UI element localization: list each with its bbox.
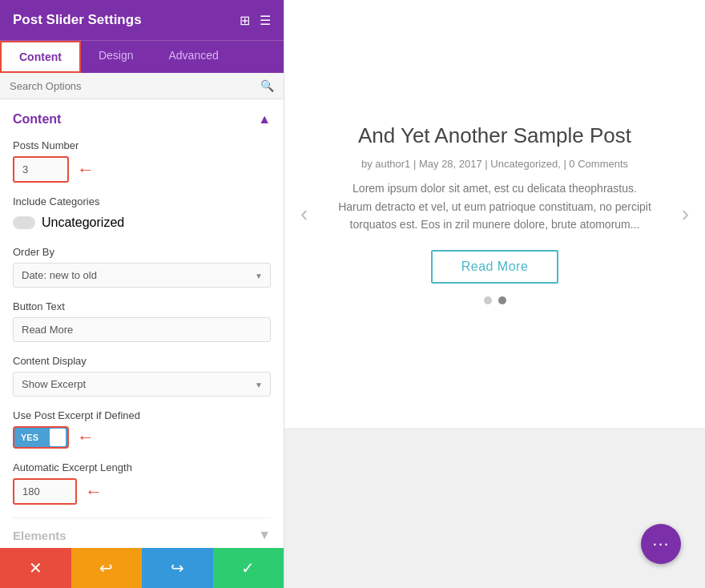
slide-excerpt: Lorem ipsum dolor sit amet, est cu delic…	[335, 179, 655, 233]
slide-meta: by author1 | May 28, 2017 | Uncategorize…	[335, 158, 655, 170]
elements-section: Elements ▼	[13, 518, 271, 542]
tab-advanced[interactable]: Advanced	[151, 41, 236, 73]
tabs-bar: Content Design Advanced	[0, 40, 284, 73]
content-section-title: Content	[13, 112, 61, 127]
use-excerpt-toggle[interactable]: YES	[13, 426, 69, 449]
right-panel: ‹ And Yet Another Sample Post by author1…	[284, 0, 705, 588]
panel-title: Post Slider Settings	[13, 12, 142, 28]
left-panel: Post Slider Settings ⊞ ☰ Content Design …	[0, 0, 284, 588]
order-by-select[interactable]: Date: new to old Date: old to new Title:…	[13, 263, 271, 288]
slider-next-button[interactable]: ›	[674, 201, 697, 227]
slider-dots	[484, 296, 506, 304]
include-categories-label: Include Categories	[13, 195, 271, 207]
content-display-select[interactable]: Show Excerpt Show Full Content	[13, 372, 271, 397]
search-bar: 🔍	[0, 73, 284, 99]
content-section-header: Content ▲	[13, 112, 271, 127]
elements-header[interactable]: Elements ▼	[13, 528, 271, 542]
content-display-select-wrapper: Show Excerpt Show Full Content	[13, 372, 271, 397]
search-input[interactable]	[10, 80, 254, 92]
bottom-toolbar: ✕ ↩ ↪ ✓	[0, 548, 284, 588]
toggle-yes-label: YES	[14, 428, 45, 447]
button-text-label: Button Text	[13, 300, 271, 312]
panel-header: Post Slider Settings ⊞ ☰	[0, 0, 284, 40]
content-display-group: Content Display Show Excerpt Show Full C…	[13, 355, 271, 397]
elements-expand-icon: ▼	[258, 528, 271, 542]
bottom-gray-area: ···	[284, 428, 705, 588]
arrow-indicator-excerpt: ←	[77, 427, 95, 448]
elements-title: Elements	[13, 529, 66, 542]
tab-design[interactable]: Design	[81, 41, 151, 73]
include-categories-group: Include Categories Uncategorized	[13, 195, 271, 233]
save-button[interactable]: ✓	[213, 548, 284, 588]
order-by-label: Order By	[13, 246, 271, 258]
redo-button[interactable]: ↪	[142, 548, 213, 588]
use-excerpt-label: Use Post Excerpt if Defined	[13, 409, 271, 421]
section-collapse-icon[interactable]: ▲	[258, 112, 271, 127]
posts-number-label: Posts Number	[13, 139, 271, 151]
posts-number-row: ←	[13, 156, 271, 183]
slide-title: And Yet Another Sample Post	[335, 123, 655, 148]
arrow-indicator-length: ←	[85, 481, 103, 502]
posts-number-group: Posts Number ←	[13, 139, 271, 183]
button-text-input[interactable]	[13, 317, 271, 342]
content-display-label: Content Display	[13, 355, 271, 367]
posts-number-input[interactable]	[13, 156, 69, 183]
tab-content[interactable]: Content	[0, 41, 81, 73]
dot-2[interactable]	[498, 296, 506, 304]
button-text-group: Button Text	[13, 300, 271, 342]
toggle-thumb	[50, 429, 66, 446]
arrow-indicator-posts: ←	[77, 159, 95, 180]
read-more-button[interactable]: Read More	[431, 250, 559, 284]
use-excerpt-group: Use Post Excerpt if Defined YES ←	[13, 409, 271, 449]
cancel-button[interactable]: ✕	[0, 548, 71, 588]
auto-excerpt-row: ←	[13, 478, 271, 505]
expand-icon[interactable]: ⊞	[240, 13, 250, 28]
uncategorized-label: Uncategorized	[42, 215, 124, 230]
auto-excerpt-input[interactable]	[13, 478, 77, 505]
slider-area: ‹ And Yet Another Sample Post by author1…	[284, 0, 705, 428]
search-icon: 🔍	[260, 79, 274, 92]
auto-excerpt-label: Automatic Excerpt Length	[13, 461, 271, 473]
dot-1[interactable]	[484, 296, 492, 304]
undo-button[interactable]: ↩	[71, 548, 143, 588]
uncategorized-checkbox[interactable]	[13, 216, 35, 229]
auto-excerpt-group: Automatic Excerpt Length ←	[13, 461, 271, 505]
slide-content: And Yet Another Sample Post by author1 |…	[335, 123, 655, 283]
slider-prev-button[interactable]: ‹	[292, 201, 316, 227]
grid-icon[interactable]: ☰	[260, 13, 271, 28]
fab-button[interactable]: ···	[641, 524, 681, 564]
panel-content: Content ▲ Posts Number ← Include Categor…	[0, 99, 284, 548]
order-by-group: Order By Date: new to old Date: old to n…	[13, 246, 271, 288]
order-by-select-wrapper: Date: new to old Date: old to new Title:…	[13, 263, 271, 288]
header-icons: ⊞ ☰	[240, 13, 271, 28]
use-excerpt-row: YES ←	[13, 426, 271, 449]
category-row: Uncategorized	[13, 212, 271, 233]
